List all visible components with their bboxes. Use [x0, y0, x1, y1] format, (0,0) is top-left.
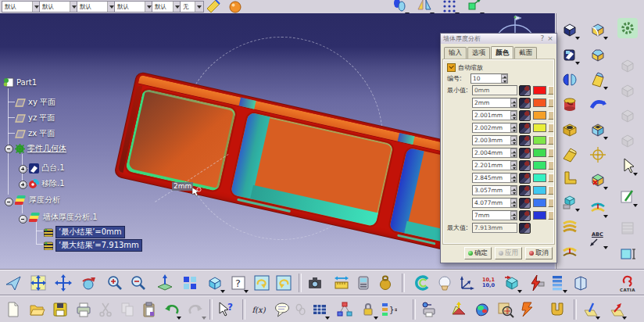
value-field[interactable]: 2.001mm — [472, 110, 517, 120]
color-picker-button[interactable] — [548, 123, 554, 132]
stamp-icon[interactable] — [517, 299, 538, 320]
graphic-linetype-combo[interactable]: 默认 — [77, 1, 116, 13]
chamfer-icon[interactable] — [588, 45, 608, 65]
measure-between-icon[interactable] — [331, 273, 352, 293]
graphic-point-combo[interactable]: 默认 — [152, 1, 182, 13]
tree-item-zx-plane[interactable]: zx 平面 — [15, 128, 55, 139]
split-icon[interactable] — [560, 70, 580, 90]
chevron-down-icon[interactable] — [195, 2, 203, 12]
tree-item-max-result[interactable]: ‘最大结果’=7.913mm — [44, 239, 142, 252]
value-field[interactable]: 2mm — [472, 98, 517, 108]
expander-minus[interactable] — [19, 215, 27, 224]
fit-all-in-icon[interactable] — [28, 273, 48, 293]
rules-icon[interactable]: }= — [378, 299, 399, 320]
fly-mode-icon[interactable] — [3, 273, 23, 293]
value-field[interactable]: 2.004mm — [472, 148, 517, 158]
graphic-color-combo[interactable]: 默认 — [2, 1, 41, 13]
print-icon[interactable] — [73, 299, 94, 320]
value-field[interactable]: 2.003mm — [472, 135, 517, 145]
value-field[interactable]: 2.201mm — [472, 160, 517, 170]
tab-section[interactable]: 截面 — [514, 47, 537, 60]
measure-icon[interactable] — [519, 98, 531, 109]
print-3d-icon[interactable] — [419, 299, 439, 320]
sew-surface-icon[interactable] — [588, 198, 608, 218]
slot-icon[interactable] — [588, 95, 608, 115]
stiffener-icon[interactable] — [560, 168, 580, 188]
curvature-analysis-icon[interactable] — [472, 299, 492, 320]
weight-icon[interactable] — [375, 273, 395, 293]
color-picker-button[interactable] — [548, 136, 554, 145]
color-swatch[interactable] — [533, 136, 546, 145]
pocket-icon[interactable] — [560, 45, 580, 65]
axis-target-icon[interactable] — [588, 145, 608, 165]
color-swatch[interactable] — [533, 174, 546, 182]
draft-analysis-icon[interactable] — [449, 299, 469, 320]
expander-plus[interactable] — [19, 165, 27, 174]
measure-icon[interactable] — [519, 123, 531, 134]
measure-box-icon[interactable] — [617, 243, 638, 263]
paste-icon[interactable] — [139, 299, 159, 320]
rotate-icon[interactable] — [78, 273, 98, 293]
color-picker-button[interactable] — [548, 148, 554, 157]
measure-icon[interactable] — [519, 173, 531, 184]
workbench-gear-icon[interactable] — [617, 18, 638, 38]
text-annotation-icon[interactable]: ABC — [588, 229, 608, 249]
tree-item-part-body[interactable]: 零件几何体 — [15, 143, 66, 154]
comment-icon[interactable] — [272, 299, 292, 320]
expander-minus[interactable] — [5, 145, 13, 153]
measure-icon[interactable] — [519, 223, 531, 234]
zoom-out-icon[interactable] — [128, 273, 148, 293]
undo-icon[interactable] — [161, 299, 181, 320]
pan-icon[interactable] — [53, 273, 73, 293]
color-swatch[interactable] — [533, 161, 546, 170]
sketch-edit-icon[interactable] — [580, 299, 600, 320]
color-swatch[interactable] — [533, 123, 546, 132]
ok-button[interactable]: 确定 — [464, 247, 492, 259]
color-picker-button[interactable] — [548, 186, 554, 195]
value-field[interactable]: 7mm — [472, 210, 517, 220]
open-icon[interactable] — [27, 299, 47, 320]
tree-item-part[interactable]: Part1 — [3, 77, 37, 88]
camera-icon[interactable] — [305, 273, 325, 293]
save-icon[interactable] — [50, 299, 70, 320]
measure-icon[interactable] — [519, 198, 531, 209]
tab-input[interactable]: 输入 — [444, 47, 467, 60]
lightning-icon[interactable] — [527, 273, 547, 293]
sketch-icon[interactable] — [617, 187, 638, 207]
color-swatch[interactable] — [533, 148, 546, 157]
tap-analysis-icon[interactable] — [496, 299, 516, 320]
value-field[interactable]: 2.002mm — [472, 123, 517, 133]
color-swatch[interactable] — [533, 98, 546, 107]
help-button[interactable]: ? — [538, 34, 546, 43]
color-swatch[interactable] — [533, 186, 546, 195]
relations-icon[interactable] — [335, 299, 355, 320]
normal-view-icon[interactable] — [155, 273, 175, 293]
rib-icon[interactable] — [560, 145, 580, 165]
tree-item-pad[interactable]: 凸台.1 — [29, 163, 65, 174]
select-cursor-icon[interactable] — [617, 156, 638, 176]
curve-icon[interactable] — [413, 273, 433, 293]
measure-icon[interactable] — [519, 148, 531, 159]
exchange-icon[interactable] — [502, 273, 522, 293]
tab-options[interactable]: 选项 — [467, 47, 490, 60]
close-button[interactable]: × — [546, 34, 554, 43]
sketch-exit-icon[interactable] — [606, 299, 627, 320]
tree-item-min-result[interactable]: ‘最小结果’=0mm — [44, 226, 125, 238]
fillet-icon[interactable] — [588, 20, 608, 40]
color-picker-button[interactable] — [548, 111, 554, 120]
cancel-button[interactable]: 取消 — [525, 247, 553, 259]
rotate-right-icon[interactable] — [274, 273, 294, 293]
navigate-sphere-icon[interactable] — [435, 273, 455, 293]
tree-item-thickness-analysis[interactable]: 厚度分析 — [15, 195, 60, 206]
hole-icon[interactable] — [560, 120, 580, 140]
auto-scale-checkbox[interactable] — [447, 63, 456, 72]
max-value-field[interactable]: 7.913mm — [472, 223, 517, 233]
thickness-icon[interactable] — [547, 299, 567, 320]
measure-icon[interactable] — [519, 210, 531, 221]
color-picker-button[interactable] — [548, 211, 554, 220]
color-picker-button[interactable] — [548, 161, 554, 170]
groove-icon[interactable] — [560, 95, 580, 115]
color-swatch[interactable] — [533, 199, 546, 207]
design-table-icon[interactable] — [309, 299, 330, 320]
color-picker-button[interactable] — [548, 98, 554, 107]
